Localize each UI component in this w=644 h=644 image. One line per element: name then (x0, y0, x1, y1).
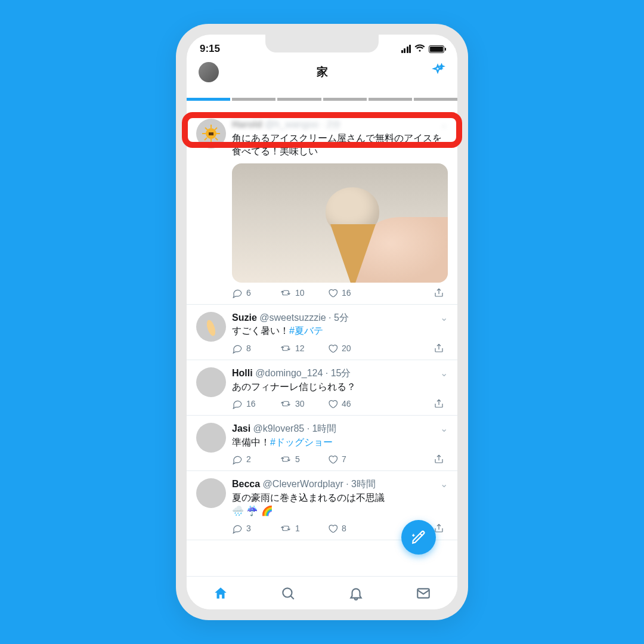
chevron-down-icon[interactable]: ⌄ (440, 312, 448, 324)
tweet-emoji: 🌧️ ☔ 🌈 (232, 506, 273, 516)
page-title: 家 (187, 64, 457, 80)
retweet-button[interactable]: 30 (280, 398, 327, 409)
tab-messages[interactable] (390, 577, 458, 609)
fleets-progress-bar[interactable] (187, 98, 457, 103)
status-time: 9:15 (200, 43, 220, 55)
tweet-time: 3時間 (351, 479, 376, 489)
fleet-segment[interactable] (187, 98, 230, 101)
search-icon (280, 586, 296, 601)
tweet-media[interactable] (232, 163, 448, 283)
tweet[interactable]: Suzie @sweetsuzzzie · 5分 ⌄ すごく暑い！#夏バテ 8 … (187, 305, 457, 360)
tweet-text: あのフィナーレ信じられる？ (232, 380, 448, 394)
reply-icon (232, 343, 243, 354)
share-button[interactable] (434, 287, 444, 298)
like-button[interactable]: 46 (327, 398, 375, 409)
fleet-segment[interactable] (323, 98, 367, 101)
retweet-button[interactable]: 10 (280, 287, 327, 298)
tweet-avatar[interactable] (196, 119, 226, 148)
tweet-actions: 16 30 46 (232, 394, 448, 411)
retweet-icon (280, 523, 292, 534)
tweet-text: 準備中！#ドッグショー (232, 436, 448, 449)
tweet-actions: 2 5 7 (232, 449, 448, 467)
tweet-text: 角にあるアイスクリーム屋さんで無料のアイスを食べてる！美味しい (232, 132, 448, 159)
tweet-avatar[interactable] (196, 312, 226, 342)
chevron-down-icon[interactable]: ⌄ (440, 423, 448, 435)
share-button[interactable] (434, 398, 444, 409)
chevron-down-icon[interactable]: ⌄ (440, 119, 448, 131)
share-button[interactable] (434, 454, 444, 465)
tweet-time: 15分 (331, 368, 351, 378)
share-icon (434, 454, 444, 465)
screen: 9:15 家 (187, 35, 457, 609)
sparkle-icon[interactable] (430, 63, 445, 81)
fleet-segment[interactable] (232, 98, 275, 101)
retweet-icon (280, 398, 292, 409)
reply-button[interactable]: 8 (232, 343, 280, 354)
chevron-down-icon[interactable]: ⌄ (440, 367, 448, 380)
share-button[interactable] (434, 343, 444, 354)
timeline-feed[interactable]: Harold @h_wangoo · 2分 ⌄ 角にあるアイスクリーム屋さんで無… (187, 103, 457, 576)
share-icon (434, 343, 444, 354)
cellular-icon (401, 45, 411, 53)
tweet-handle: @k9lover85 (253, 423, 305, 434)
wifi-icon (414, 44, 425, 54)
hashtag-link[interactable]: #ドッグショー (270, 437, 333, 447)
tweet-time: 5分 (334, 312, 349, 323)
home-icon (213, 586, 228, 601)
reply-icon (232, 523, 243, 534)
retweet-icon (280, 454, 292, 465)
tab-home[interactable] (187, 577, 255, 609)
reply-button[interactable]: 16 (232, 398, 280, 409)
svg-point-3 (283, 588, 292, 597)
reply-icon (232, 398, 243, 409)
tweet-text: 夏の豪雨に巻き込まれるのは不思議🌧️ ☔ 🌈 (232, 491, 448, 518)
tweet[interactable]: Holli @domingo_124 · 15分 ⌄ あのフィナーレ信じられる？… (187, 360, 457, 416)
phone-frame: 9:15 家 (176, 24, 468, 620)
tweet-avatar[interactable] (196, 478, 226, 508)
tweet-actions: 8 12 20 (232, 338, 448, 356)
tweet[interactable]: Jasi @k9lover85 · 1時間 ⌄ 準備中！#ドッグショー 2 5 … (187, 416, 457, 471)
notch (265, 35, 379, 52)
hashtag-link[interactable]: #夏バテ (289, 326, 323, 336)
like-button[interactable]: 7 (327, 454, 375, 465)
reply-button[interactable]: 2 (232, 454, 280, 465)
tab-search[interactable] (255, 577, 323, 609)
svg-rect-1 (209, 132, 213, 135)
like-button[interactable]: 8 (327, 523, 375, 534)
battery-icon (429, 45, 444, 53)
share-icon (434, 398, 444, 409)
tweet-author-name[interactable]: Becca (232, 479, 260, 489)
fleet-segment[interactable] (414, 98, 457, 101)
tweet-actions: 6 10 16 (232, 283, 448, 301)
retweet-icon (280, 287, 292, 298)
reply-button[interactable]: 6 (232, 287, 280, 298)
heart-icon (327, 287, 338, 298)
tweet-handle: @sweetsuzzzie (259, 312, 326, 323)
compose-tweet-button[interactable] (401, 520, 436, 555)
tweet[interactable]: Harold @h_wangoo · 2分 ⌄ 角にあるアイスクリーム屋さんで無… (187, 103, 457, 305)
tab-notifications[interactable] (322, 577, 390, 609)
heart-icon (327, 523, 338, 534)
retweet-button[interactable]: 5 (280, 454, 327, 465)
svg-point-2 (205, 318, 217, 336)
reply-button[interactable]: 3 (232, 523, 280, 534)
tweet-author-name[interactable]: Holli (232, 368, 253, 378)
tweet-text: すごく暑い！#夏バテ (232, 324, 448, 338)
fleet-segment[interactable] (369, 98, 412, 101)
tweet-author-name[interactable]: Suzie (232, 312, 257, 323)
bell-icon (348, 586, 364, 601)
fleet-segment[interactable] (277, 98, 321, 101)
tweet-avatar[interactable] (196, 367, 226, 397)
tweet-avatar[interactable] (196, 423, 226, 453)
retweet-button[interactable]: 1 (280, 523, 327, 534)
tweet-author-name[interactable]: Jasi (232, 423, 250, 434)
envelope-icon (416, 586, 431, 601)
retweet-icon (280, 343, 292, 354)
retweet-button[interactable]: 12 (280, 343, 327, 354)
like-button[interactable]: 20 (327, 343, 375, 354)
chevron-down-icon[interactable]: ⌄ (440, 478, 448, 491)
heart-icon (327, 398, 338, 409)
heart-icon (327, 454, 338, 465)
reply-icon (232, 287, 243, 298)
like-button[interactable]: 16 (327, 287, 375, 298)
